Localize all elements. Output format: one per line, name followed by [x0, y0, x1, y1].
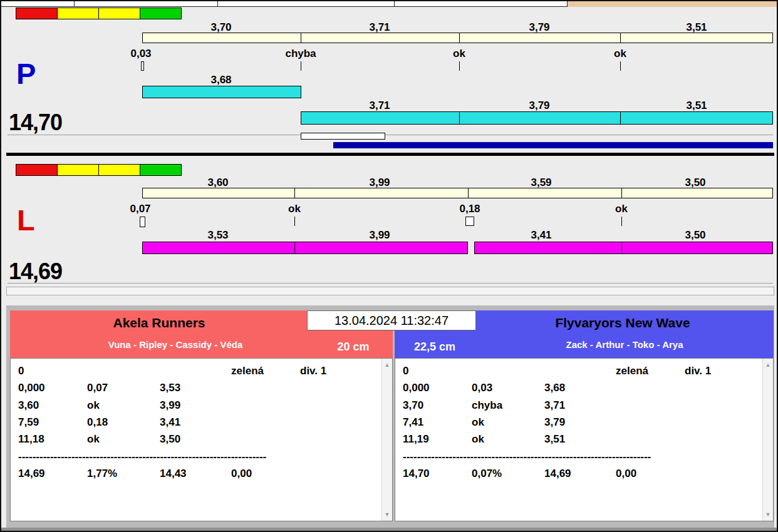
team-right-results[interactable]: ▲ ▼ 0zelenádiv. 10,0000,033,683,70chyba3…: [395, 358, 774, 521]
team-name: Flyvaryors New Wave: [555, 315, 690, 330]
result-cell: 3,70: [403, 399, 423, 412]
result-cell: 3,50: [160, 433, 180, 446]
team-members: Zack - Arthur - Toko - Arya: [566, 339, 683, 350]
result-cell: 0: [403, 365, 408, 377]
total-cell: 1,77%: [87, 468, 117, 480]
total-cell: 0,00: [231, 468, 252, 480]
result-cell: 0: [18, 365, 24, 377]
bottom-window-edge: [1, 528, 777, 532]
result-cell: div. 1: [685, 365, 711, 377]
result-cell: ok: [472, 416, 484, 429]
result-cell: 0,000: [403, 382, 430, 394]
team-left-results[interactable]: ▲ ▼ 0zelenádiv. 10,0000,073,533,60ok3,99…: [10, 358, 393, 521]
scroll-up-icon[interactable]: ▲: [382, 362, 392, 368]
separator-line: ----------------------------------------…: [403, 451, 651, 463]
result-cell: 3,53: [160, 382, 180, 394]
result-cell: 0,03: [472, 382, 492, 394]
scrollbar[interactable]: ▲ ▼: [381, 359, 392, 521]
scroll-down-icon[interactable]: ▼: [763, 511, 773, 518]
scroll-up-icon[interactable]: ▲: [763, 362, 773, 368]
total-cell: 14,70: [403, 468, 430, 480]
result-cell: 11,18: [18, 433, 44, 446]
result-cell: 3,79: [544, 416, 565, 429]
result-cell: 3,41: [160, 416, 180, 429]
total-cell: 0,07%: [472, 468, 502, 480]
total-cell: 14,43: [160, 468, 187, 480]
result-cell: 0,18: [87, 416, 108, 429]
result-cell: 3,99: [160, 399, 180, 412]
flyball-timing-app: 3,70 3,71 3,79 3,51 0,03 chyba ok ok 3,6…: [0, 0, 778, 532]
result-cell: ok: [87, 399, 100, 412]
total-cell: 14,69: [544, 468, 571, 480]
result-cell: 3,68: [544, 382, 565, 394]
datetime-display: 13.04.2024 11:32:47: [307, 310, 476, 330]
total-cell: 14,69: [18, 468, 45, 480]
result-cell: 3,51: [544, 433, 565, 446]
result-cell: ok: [472, 433, 484, 446]
result-cell: 3,60: [18, 399, 39, 412]
result-cell: div. 1: [300, 365, 326, 377]
result-cell: 3,71: [544, 399, 565, 412]
result-cell: 0,07: [87, 382, 108, 394]
result-cell: chyba: [472, 399, 502, 412]
result-cell: 11,19: [403, 433, 429, 446]
jump-height: 20 cm: [337, 340, 369, 354]
result-cell: zelená: [231, 365, 264, 377]
result-cell: zelená: [616, 365, 648, 377]
result-cell: ok: [87, 433, 100, 446]
scroll-down-icon[interactable]: ▼: [382, 511, 392, 518]
jump-height: 22,5 cm: [414, 340, 455, 354]
team-members: Vuna - Ripley - Cassidy - Véda: [108, 339, 243, 350]
separator-line: ----------------------------------------…: [18, 451, 266, 463]
team-name: Akela Runners: [113, 315, 205, 330]
result-cell: 7,59: [18, 416, 39, 429]
datetime-text: 13.04.2024 11:32:47: [335, 314, 449, 328]
result-cell: 0,000: [18, 382, 45, 394]
total-cell: 0,00: [616, 468, 636, 480]
result-cell: 7,41: [403, 416, 423, 429]
scrollbar[interactable]: ▲ ▼: [762, 359, 773, 521]
results-section: Akela Runners Vuna - Ripley - Cassidy - …: [1, 1, 777, 531]
